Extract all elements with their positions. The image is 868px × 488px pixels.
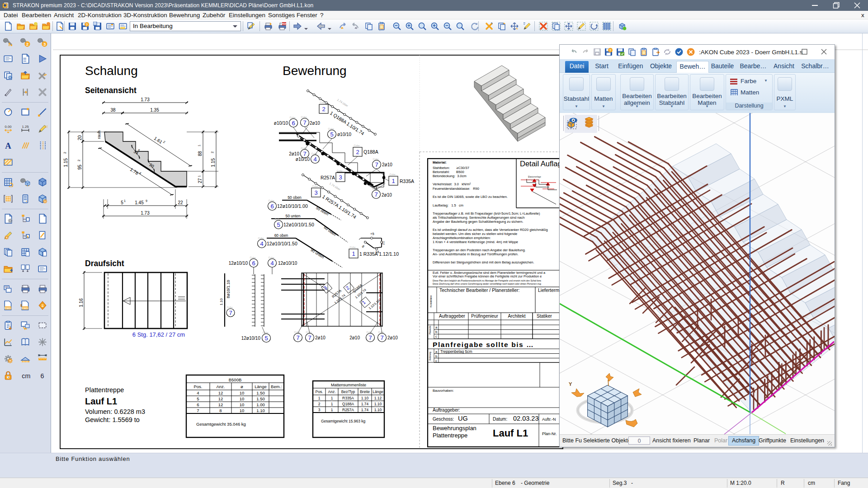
svg-text:3: 3 [318,408,321,412]
svg-text:Prüfingenieur: Prüfingenieur [471,314,498,319]
svg-text:Geschoss:: Geschoss: [433,417,454,422]
svg-text:12ø10/10/1.50: 12ø10/10/1.50 [267,241,297,246]
svg-text:1: 1 [198,145,201,146]
svg-text:Cube: Cube [336,169,342,172]
svg-text:38: 38 [110,108,116,113]
svg-text:Cube: Cube [262,331,268,334]
svg-text:Lauf L1: Lauf L1 [493,427,528,439]
svg-text:1: 1 [124,199,126,202]
svg-text:Cube: Cube [268,256,274,259]
svg-text:12ø10/10/1.50: 12ø10/10/1.50 [283,222,314,227]
svg-text:6: 6 [270,203,274,210]
svg-text:1.73: 1.73 [141,211,150,216]
svg-text:Cube: Cube [349,246,355,249]
svg-text:2: 2 [63,152,66,154]
svg-text:1.25: 1.25 [22,125,29,129]
svg-text:An- und Austrittsmaße in Bezug: An- und Austrittsmaße in Bezug auf Türöf… [433,252,519,256]
svg-text:2: 2 [356,149,359,155]
svg-text:?: ? [609,48,612,52]
svg-text:Cube: Cube [328,127,334,130]
svg-text:12ø10/10/1.00: 12ø10/10/1.00 [277,203,308,209]
svg-text:5: 5 [330,131,333,138]
svg-text:1.12: 1.12 [374,396,382,400]
svg-text:Cube: Cube [289,116,295,119]
svg-text:Cube: Cube [366,331,372,333]
svg-text:10: 10 [240,396,245,401]
svg-text:4: 4 [313,156,316,163]
svg-text:Cube: Cube [274,218,280,221]
svg-text:Diese Plan dent ledglich als P: Diese Plan dent ledglich als Positionsro… [433,279,542,282]
svg-text:1.10: 1.10 [219,298,223,305]
svg-text:R257A: R257A [321,175,335,180]
svg-text:7: 7 [375,161,378,168]
svg-text:1.61: 1.61 [153,136,164,145]
svg-text:R257A: R257A [342,408,354,412]
svg-text:1.74 über: 1.74 über [329,182,341,191]
svg-text:Statiker: Statiker [537,314,552,319]
svg-text:1.15: 1.15 [63,158,68,167]
svg-text:50 unten: 50 unten [285,214,300,218]
svg-text:Auftr.-N: Auftr.-N [542,417,556,422]
svg-text:1.35: 1.35 [150,108,159,113]
svg-text:7: 7 [374,191,377,198]
svg-text:b: b [435,330,437,334]
svg-text:Cube: Cube [378,331,384,333]
svg-text:7: 7 [368,334,372,341]
svg-text:1: 1 [331,402,333,406]
svg-text:Treppenauflager z.B. mit Bi-Tr: Treppenauflager z.B. mit Bi-Trapezlager … [433,211,540,216]
svg-text:Planfreigabe sollte bis …: Planfreigabe sollte bis … [433,341,534,348]
svg-text:15: 15 [45,125,48,128]
svg-text:2: 2 [318,402,321,406]
svg-text:12: 12 [218,396,223,401]
svg-text:1.10: 1.10 [361,396,369,400]
svg-text:1: 1 [392,178,395,184]
svg-text:Feuerwiderstandsklasse: R90: Feuerwiderstandsklasse: R90 [433,187,479,191]
svg-text:2ø10: 2ø10 [382,192,392,197]
svg-text:9: 9 [146,199,147,202]
svg-text:7: 7 [296,334,299,341]
svg-text:Cube: Cube [311,152,317,155]
svg-text:?: ? [86,23,88,27]
svg-text:6: 6 [292,120,295,127]
svg-text:ø10/10: ø10/10 [274,121,288,126]
svg-text:1: 1 [352,250,355,257]
svg-text:Bez/Typ: Bez/Typ [341,389,355,394]
svg-text:1: 1 [331,396,333,400]
svg-text:UG: UG [458,415,468,422]
svg-text:22: 22 [178,200,183,205]
svg-text:1.10: 1.10 [256,408,265,413]
svg-text:20: 20 [77,135,82,141]
svg-text:1.00: 1.00 [256,402,265,407]
svg-text:Cube: Cube [372,188,378,190]
svg-text:2ø10: 2ø10 [315,335,326,340]
svg-text:Differenzen bei Steigungshöhen: Differenzen bei Steigungshöhen sind mit … [433,260,534,264]
svg-text:Cube: Cube [306,331,311,333]
svg-text:4: 4 [197,390,199,395]
svg-text:Lauf L1: Lauf L1 [85,396,117,406]
svg-text:1 R335A 1.12/1.10: 1 R335A 1.12/1.10 [359,251,399,257]
svg-text:Pos.: Pos. [193,384,202,389]
svg-text:2ø10: 2ø10 [289,151,299,156]
svg-text:Seitenansicht: Seitenansicht [85,86,137,95]
svg-text:Cube: Cube [226,306,232,309]
svg-text:7: 7 [303,119,306,126]
svg-text:+5: +5 [370,232,374,236]
svg-text:3: 3 [43,42,46,47]
svg-text:Es ist unbedingt darauf zu ach: Es ist unbedingt darauf zu achten, dass … [433,228,548,232]
svg-text:Betondeckung: 3.0cm: Betondeckung: 3.0cm [433,174,467,178]
svg-text:ø10/10: ø10/10 [337,132,352,137]
svg-text:2ø10: 2ø10 [387,335,398,340]
svg-text:1.12/1.10: 1.12/1.10 [368,299,380,310]
svg-text:c: c [435,334,437,338]
svg-text:Cube: Cube [354,144,359,147]
svg-text:Bem.:: Bem.: [271,384,282,389]
svg-text:8: 8 [219,408,222,413]
svg-text:Anz.: Anz. [328,389,335,394]
svg-text:a: a [435,325,438,329]
svg-text:1.74 über: 1.74 über [336,98,349,108]
svg-text:Y: Y [569,381,572,387]
svg-text:Cube: Cube [373,158,378,160]
svg-text:1.78: 1.78 [129,167,140,176]
svg-text:Architekt: Architekt [508,314,526,319]
svg-text:Cube: Cube [301,116,307,118]
